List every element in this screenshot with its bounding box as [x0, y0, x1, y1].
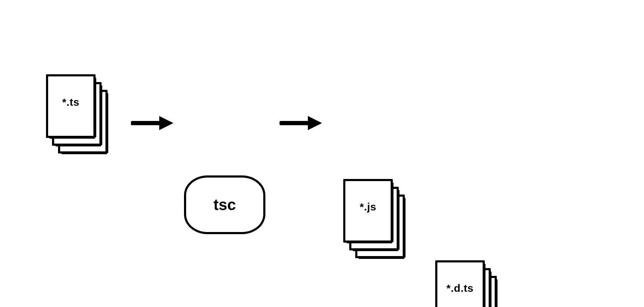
compiler-node: tsc	[184, 175, 265, 234]
file-icon: *.d.ts	[435, 260, 485, 307]
output-dts-label: *.d.ts	[437, 282, 483, 294]
input-files-label: *.ts	[48, 96, 93, 108]
arrow-icon	[131, 112, 173, 134]
output-js-label: *.js	[345, 201, 391, 213]
svg-marker-1	[159, 116, 173, 130]
arrow-icon	[280, 112, 322, 134]
svg-marker-3	[308, 116, 322, 130]
file-icon: *.ts	[46, 74, 96, 138]
compiler-label: tsc	[186, 196, 263, 214]
input-files-stack: *.ts	[46, 74, 110, 156]
output-dts-stack: *.d.ts	[435, 260, 499, 307]
file-icon: *.js	[343, 179, 393, 243]
output-js-stack: *.js	[343, 179, 407, 260]
diagram: *.ts tsc *.js *.d.ts	[0, 0, 644, 307]
